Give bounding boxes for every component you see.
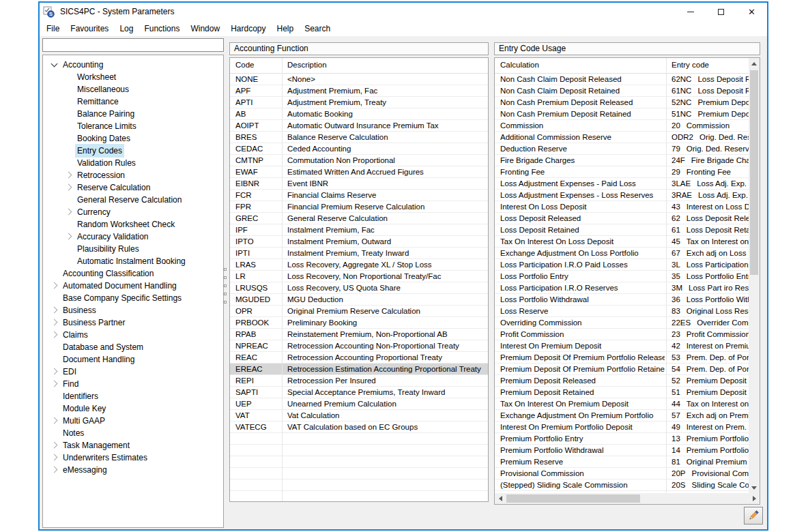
sidebar-item-identifiers[interactable]: Identifiers xyxy=(43,390,223,402)
sidebar-item-remittance[interactable]: Remittance xyxy=(43,95,223,108)
accounting-function-row[interactable]: EREAC Retrocession Estimation Accounting… xyxy=(230,364,488,375)
menu-hardcopy[interactable]: Hardcopy xyxy=(225,22,271,35)
accounting-function-row[interactable]: RPAB Reinstatement Premium, Non-Proporti… xyxy=(230,329,488,340)
menu-window[interactable]: Window xyxy=(185,22,225,35)
sidebar-item-random-worksheet-check[interactable]: Random Worksheet Check xyxy=(43,218,223,231)
panel-splitter[interactable] xyxy=(222,268,228,343)
accounting-function-row[interactable]: VATECG VAT Calculation based on EC Group… xyxy=(230,422,488,433)
entry-code-usage-row[interactable]: Tax On Interest On Premium Deposit 44Tax… xyxy=(495,398,749,410)
column-header-entry-code[interactable]: Entry code xyxy=(672,61,709,69)
menu-help[interactable]: Help xyxy=(271,22,299,35)
accounting-function-row[interactable]: FPR Financial Premium Reserve Calculatio… xyxy=(230,201,488,213)
menu-log[interactable]: Log xyxy=(114,22,139,35)
accounting-function-row[interactable]: GREC General Reserve Calculation xyxy=(230,213,488,224)
sidebar-item-miscellaneous[interactable]: Miscellaneous xyxy=(43,83,223,95)
sidebar-item-currency[interactable]: Currency xyxy=(43,206,223,218)
sidebar-item-accounting[interactable]: Accounting xyxy=(43,59,223,71)
column-header-description[interactable]: Description xyxy=(287,61,327,69)
entry-code-usage-row[interactable]: Premium Deposit Of Premium Portfolio Ret… xyxy=(495,364,749,375)
accounting-function-row[interactable]: SAPTI Special Acceptance Premiums, Treat… xyxy=(230,387,488,398)
scroll-left-button[interactable] xyxy=(495,493,506,504)
vertical-scrollbar[interactable] xyxy=(749,58,760,493)
entry-code-usage-row[interactable]: Premium Portfolio Entry 13Premium Portfo… xyxy=(495,433,749,445)
accounting-function-row[interactable]: NONE <None> xyxy=(230,74,488,85)
sidebar-item-booking-dates[interactable]: Booking Dates xyxy=(43,132,223,145)
accounting-function-row[interactable]: NPREAC Retrocession Accounting Non-Propo… xyxy=(230,340,488,352)
sidebar-item-general-reserve-calculation[interactable]: General Reserve Calculation xyxy=(43,194,223,206)
accounting-function-row[interactable]: CMTNP Commutation Non Proportional xyxy=(230,155,488,166)
entry-code-usage-row[interactable]: Premium Portfolio Withdrawal 14Premium P… xyxy=(495,445,749,456)
entry-code-usage-row[interactable]: Loss Portfolio Entry 35Loss Portfolio En… xyxy=(495,271,749,282)
entry-code-usage-row[interactable]: Loss Participation I.R.O Reserves 3MLoss… xyxy=(495,282,749,294)
accounting-function-row[interactable]: BRES Balance Reserve Calculation xyxy=(230,132,488,143)
accounting-function-row[interactable]: REPI Retrocession Per Insured xyxy=(230,375,488,387)
sidebar-item-business-partner[interactable]: Business Partner xyxy=(43,316,223,329)
sidebar-item-notes[interactable]: Notes xyxy=(43,427,223,439)
accounting-function-row[interactable]: MGUDED MGU Deduction xyxy=(230,294,488,306)
sidebar-item-tolerance-limits[interactable]: Tolerance Limits xyxy=(43,120,223,132)
entry-code-usage-row[interactable]: Non Cash Claim Deposit Retained 61NCLoss… xyxy=(495,85,749,97)
sidebar-item-automated-document-handling[interactable]: Automated Document Handling xyxy=(43,280,223,292)
sidebar-item-module-key[interactable]: Module Key xyxy=(43,402,223,415)
entry-code-usage-row[interactable]: Fire Brigade Charges 24FFire Brigade Cha… xyxy=(495,155,749,166)
sidebar-item-entry-codes[interactable]: Entry Codes xyxy=(43,145,223,157)
sidebar-item-claims[interactable]: Claims xyxy=(43,329,223,341)
entry-code-usage-row[interactable]: Fronting Fee 29Fronting Fee xyxy=(495,166,749,178)
sidebar-item-multi-gaap[interactable]: Multi GAAP xyxy=(43,415,223,427)
accounting-function-row[interactable]: LRUSQS Loss Recovery, US Quota Share xyxy=(230,282,488,294)
accounting-function-empty-row[interactable] xyxy=(230,479,488,491)
entry-code-usage-row[interactable]: Loss Portfolio Withdrawal 36Loss Portfol… xyxy=(495,294,749,306)
sidebar-item-automatic-instalment-booking[interactable]: Automatic Instalment Booking xyxy=(43,255,223,267)
accounting-function-empty-row[interactable] xyxy=(230,491,488,501)
entry-code-usage-row[interactable]: Non Cash Claim Deposit Released 62NCLoss… xyxy=(495,74,749,85)
entry-code-usage-row[interactable]: Interest On Premium Portfolio Deposit 49… xyxy=(495,422,749,433)
accounting-function-row[interactable]: OPR Original Premium Reserve Calculation xyxy=(230,306,488,317)
accounting-function-row[interactable]: IPTI Instalment Premium, Treaty Inward xyxy=(230,248,488,259)
minimize-button[interactable] xyxy=(675,3,706,21)
sidebar-item-accounting-classification[interactable]: Accounting Classification xyxy=(43,267,223,280)
entry-code-usage-row[interactable]: Additional Commission Reserve ODR2Orig. … xyxy=(495,132,749,143)
sidebar-item-plausibility-rules[interactable]: Plausibility Rules xyxy=(43,243,223,255)
entry-code-usage-row[interactable]: Interest On Premium Deposit 42Interest o… xyxy=(495,340,749,352)
sidebar-item-base-company-specific-settings[interactable]: Base Company Specific Settings xyxy=(43,292,223,304)
accounting-function-row[interactable]: LRAS Loss Recovery, Aggregate XL / Stop … xyxy=(230,259,488,271)
accounting-function-row[interactable]: AOIPT Automatic Outward Insurance Premiu… xyxy=(230,120,488,132)
sidebar-item-retrocession[interactable]: Retrocession xyxy=(43,169,223,181)
column-header-code[interactable]: Code xyxy=(235,61,255,69)
accounting-function-row[interactable]: APF Adjustment Premium, Fac xyxy=(230,85,488,97)
entry-code-usage-row[interactable]: Premium Deposit Retained 51Premium Depos… xyxy=(495,387,749,398)
menu-search[interactable]: Search xyxy=(299,22,336,35)
entry-code-usage-row[interactable]: Deduction Reserve 79Orig. Ded. Reserve xyxy=(495,143,749,155)
entry-code-usage-row[interactable]: Premium Reserve 81Original Premium R xyxy=(495,456,749,468)
entry-code-usage-row[interactable]: Loss Deposit Released 62Loss Deposit Rel… xyxy=(495,213,749,224)
accounting-function-empty-row[interactable] xyxy=(230,445,488,456)
entry-code-usage-row[interactable]: Overriding Commission 22ESOverrider Comm… xyxy=(495,317,749,329)
entry-code-usage-row[interactable]: Exchange Adjustment On Premium Portfolio… xyxy=(495,410,749,422)
entry-code-usage-row[interactable]: (Stepped) Sliding Scale Commission 20SSl… xyxy=(495,479,749,491)
sidebar-item-database-and-system[interactable]: Database and System xyxy=(43,341,223,353)
scroll-right-button[interactable] xyxy=(749,493,760,504)
entry-code-usage-row[interactable]: Provisional Commission 20PProvisional Co… xyxy=(495,468,749,479)
entry-code-usage-row[interactable]: Exchange Adjustment On Loss Portfolio 67… xyxy=(495,248,749,259)
entry-code-usage-row[interactable]: Profit Commission 23Profit Commission xyxy=(495,329,749,340)
entry-code-usage-row[interactable]: Tax On Interest On Loss Deposit 45Tax on… xyxy=(495,236,749,248)
horizontal-scroll-thumb[interactable] xyxy=(506,494,640,503)
menu-functions[interactable]: Functions xyxy=(139,22,185,35)
sidebar-item-emessaging[interactable]: eMessaging xyxy=(43,464,223,476)
entry-code-usage-row[interactable]: Loss Reserve 83Original Loss Reser xyxy=(495,306,749,317)
scroll-down-button[interactable] xyxy=(749,482,760,493)
accounting-function-row[interactable]: APTI Adjustment Premium, Treaty xyxy=(230,97,488,108)
accounting-function-row[interactable]: EWAF Estimated Written And Accrued Figur… xyxy=(230,166,488,178)
accounting-function-row[interactable]: FCR Financial Claims Reserve xyxy=(230,190,488,201)
close-button[interactable]: ✕ xyxy=(736,3,767,21)
sidebar-item-business[interactable]: Business xyxy=(43,304,223,316)
accounting-function-row[interactable]: IPF Instalment Premium, Fac xyxy=(230,224,488,236)
sidebar-item-worksheet[interactable]: Worksheet xyxy=(43,71,223,83)
entry-code-usage-row[interactable]: Premium Deposit Of Premium Portfolio Rel… xyxy=(495,352,749,364)
accounting-function-row[interactable]: PRBOOK Preliminary Booking xyxy=(230,317,488,329)
entry-code-usage-row[interactable]: Non Cash Premium Deposit Retained 51NCPr… xyxy=(495,108,749,120)
entry-code-usage-row[interactable]: Loss Deposit Retained 61Loss Deposit Ret… xyxy=(495,224,749,236)
sidebar-item-document-handling[interactable]: Document Handling xyxy=(43,353,223,366)
accounting-function-row[interactable]: LR Loss Recovery, Non Proportional Treat… xyxy=(230,271,488,282)
accounting-function-empty-row[interactable] xyxy=(230,456,488,468)
